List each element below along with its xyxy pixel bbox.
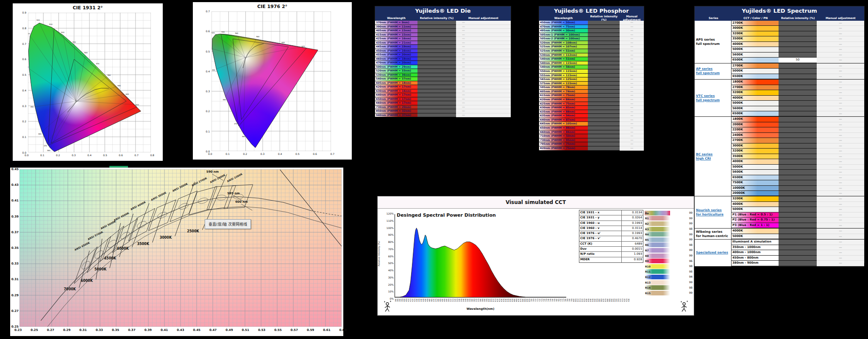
intensity-cell[interactable] bbox=[588, 61, 620, 66]
manual-adjustment-cell[interactable]: — bbox=[456, 69, 511, 73]
manual-adjustment-cell[interactable]: — bbox=[817, 63, 864, 69]
manual-adjustment-cell[interactable]: — bbox=[620, 25, 644, 29]
intensity-cell[interactable] bbox=[779, 170, 817, 175]
table-row[interactable]: 3200K — bbox=[732, 149, 864, 154]
manual-adjustment-cell[interactable]: — bbox=[817, 101, 864, 106]
manual-adjustment-cell[interactable]: — bbox=[456, 45, 511, 49]
wavelength-cell[interactable]: 850nm (FWHM = 32nm) bbox=[375, 109, 417, 113]
table-row[interactable]: 660nm (FWHM = 17nm) — bbox=[375, 101, 511, 105]
intensity-cell[interactable] bbox=[588, 106, 620, 110]
wavelength-cell[interactable]: 520nm (FWHM = 33nm) bbox=[375, 69, 417, 73]
cct-cell[interactable]: 4000K bbox=[732, 96, 779, 101]
table-row[interactable]: 2000K — bbox=[732, 122, 864, 127]
manual-adjustment-cell[interactable]: — bbox=[620, 138, 644, 143]
manual-adjustment-cell[interactable]: — bbox=[817, 202, 864, 207]
wavelength-cell[interactable]: 555nm (FWHM = 115nm) bbox=[539, 74, 588, 78]
intensity-cell[interactable] bbox=[779, 21, 817, 26]
wavelength-cell[interactable]: 615nm (FWHM = 75nm) bbox=[539, 94, 588, 98]
manual-adjustment-cell[interactable]: — bbox=[456, 89, 511, 94]
manual-adjustment-cell[interactable]: — bbox=[817, 191, 864, 196]
series-cell[interactable]: VTC series full spectrum bbox=[695, 80, 732, 116]
cct-cell[interactable]: 2700K bbox=[732, 85, 779, 90]
cct-cell[interactable]: 5600K bbox=[732, 52, 779, 58]
intensity-cell[interactable] bbox=[779, 138, 817, 143]
intensity-cell[interactable] bbox=[779, 36, 817, 41]
table-row[interactable]: 540nm (FWHM = 37nm) — bbox=[375, 77, 511, 81]
intensity-cell[interactable] bbox=[779, 80, 817, 85]
intensity-cell[interactable] bbox=[417, 73, 456, 77]
intensity-cell[interactable] bbox=[417, 37, 456, 41]
intensity-cell[interactable] bbox=[779, 69, 817, 74]
manual-adjustment-cell[interactable]: — bbox=[817, 223, 864, 228]
table-row[interactable]: 640nm (FWHM = 17nm) — bbox=[375, 93, 511, 97]
table-row[interactable]: 2400K — bbox=[732, 133, 864, 138]
wavelength-cell[interactable]: 620nm (FWHM = 84nm) bbox=[539, 98, 588, 102]
intensity-cell[interactable] bbox=[779, 47, 817, 52]
manual-adjustment-cell[interactable]: — bbox=[620, 69, 644, 74]
intensity-cell[interactable] bbox=[588, 21, 620, 25]
manual-adjustment-cell[interactable]: — bbox=[817, 159, 864, 164]
cct-cell[interactable]: 3000K bbox=[732, 26, 779, 31]
cct-cell[interactable]: 4000K bbox=[732, 229, 779, 234]
intensity-cell[interactable] bbox=[779, 26, 817, 31]
cct-cell[interactable]: 2200K bbox=[732, 127, 779, 132]
wavelength-cell[interactable]: 710nm (FWHM = 50nm) bbox=[539, 134, 588, 138]
cct-cell[interactable]: 450nm - 800nm bbox=[732, 256, 779, 261]
manual-adjustment-cell[interactable]: — bbox=[817, 207, 864, 212]
series-cell[interactable]: BC series high CRI bbox=[695, 117, 732, 196]
wavelength-cell[interactable]: 660nm (FWHM = 17nm) bbox=[375, 101, 417, 105]
table-row[interactable]: 520nm (FWHM = 108nm) — bbox=[539, 41, 644, 45]
intensity-cell[interactable] bbox=[588, 90, 620, 94]
intensity-cell[interactable] bbox=[779, 256, 817, 261]
intensity-cell[interactable] bbox=[779, 191, 817, 196]
intensity-cell[interactable] bbox=[588, 57, 620, 61]
intensity-cell[interactable] bbox=[588, 29, 620, 33]
manual-adjustment-cell[interactable]: — bbox=[817, 261, 864, 266]
intensity-cell[interactable] bbox=[588, 41, 620, 45]
manual-adjustment-cell[interactable]: — bbox=[456, 33, 511, 37]
manual-adjustment-cell[interactable]: — bbox=[456, 37, 511, 41]
table-row[interactable]: 400nm - 1000nm — bbox=[732, 250, 864, 255]
manual-adjustment-cell[interactable]: — bbox=[620, 41, 644, 45]
manual-adjustment-cell[interactable]: — bbox=[456, 53, 511, 57]
intensity-cell[interactable] bbox=[588, 45, 620, 49]
table-row[interactable]: 6500K — bbox=[732, 74, 864, 79]
cct-cell[interactable]: 2000K bbox=[732, 122, 779, 127]
intensity-cell[interactable] bbox=[779, 106, 817, 111]
intensity-cell[interactable] bbox=[588, 49, 620, 53]
table-row[interactable]: 6500K — bbox=[732, 175, 864, 180]
wavelength-cell[interactable]: 650nm (FWHM = 17nm) bbox=[375, 97, 417, 102]
manual-adjustment-cell[interactable]: — bbox=[620, 134, 644, 138]
table-row[interactable]: 2200K — bbox=[732, 127, 864, 132]
manual-adjustment-cell[interactable]: — bbox=[817, 245, 864, 250]
cct-cell[interactable]: 380nm - 900nm bbox=[732, 261, 779, 266]
manual-adjustment-cell[interactable]: — bbox=[817, 186, 864, 191]
table-row[interactable]: 850nm (FWHM = 32nm) — bbox=[375, 109, 511, 113]
table-row[interactable]: 5600K — bbox=[732, 52, 864, 58]
intensity-cell[interactable] bbox=[588, 134, 620, 138]
table-row[interactable]: 540nm (FWHM = 115nm) — bbox=[539, 61, 644, 66]
series-cell[interactable]: Nourish series for horticulture bbox=[695, 196, 732, 228]
table-row[interactable]: 450nm (FWHM = 16nm) — bbox=[375, 49, 511, 53]
wavelength-cell[interactable]: 620nm (FWHM = 17nm) bbox=[375, 85, 417, 89]
intensity-cell[interactable] bbox=[779, 63, 817, 69]
table-row[interactable]: P2 (Blue : Red = 0.75 : 1) — bbox=[732, 218, 864, 223]
manual-adjustment-cell[interactable]: — bbox=[456, 49, 511, 53]
intensity-cell[interactable] bbox=[588, 53, 620, 58]
manual-adjustment-cell[interactable]: — bbox=[456, 105, 511, 110]
wavelength-cell[interactable]: 505nm-1 (FWHM = 100nm) bbox=[539, 33, 588, 37]
cct-cell[interactable]: Illuminant A simulation bbox=[732, 240, 779, 245]
table-row[interactable]: 635nm (FWHM = 88nm) — bbox=[539, 110, 644, 114]
table-row[interactable]: 520nm (FWHM = 33nm) — bbox=[375, 69, 511, 73]
table-row[interactable]: 795nm (FWHM = 75nm) — bbox=[539, 142, 644, 146]
cct-cell[interactable]: 6500K bbox=[732, 58, 779, 63]
intensity-cell[interactable] bbox=[417, 29, 456, 33]
wavelength-cell[interactable]: 605nm (FWHM = 74nm) bbox=[539, 90, 588, 94]
table-row[interactable]: 650nm (FWHM = 86nm) — bbox=[539, 126, 644, 130]
intensity-cell[interactable] bbox=[417, 25, 456, 29]
wavelength-cell[interactable]: 425nm (FWHM = 16nm) bbox=[375, 37, 417, 41]
intensity-cell[interactable] bbox=[779, 74, 817, 79]
wavelength-cell[interactable]: 575nm (FWHM = 115nm) bbox=[539, 82, 588, 86]
cct-cell[interactable]: 400nm - 1000nm bbox=[732, 250, 779, 255]
table-row[interactable]: 390nm (FWHM = 11nm) — bbox=[375, 25, 511, 29]
